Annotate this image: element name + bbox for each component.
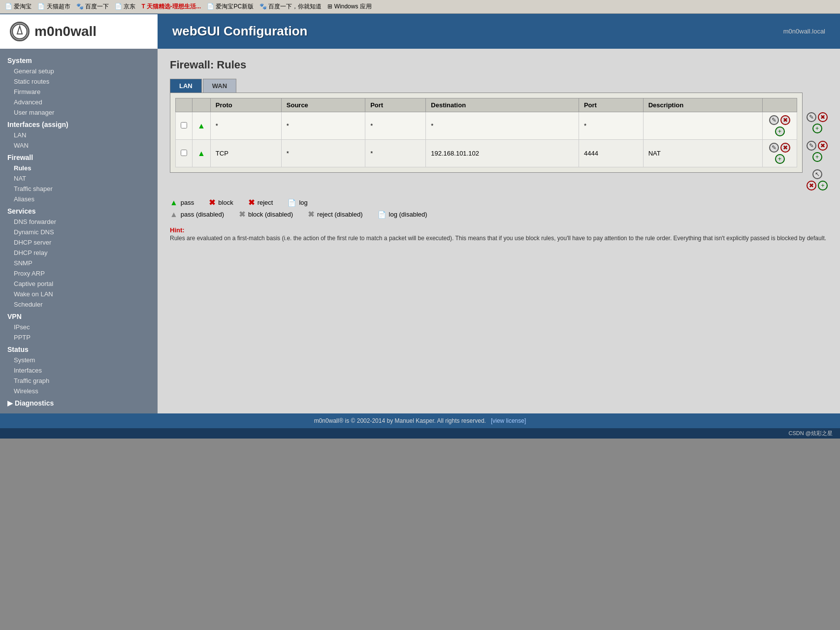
outer-add-btn-2[interactable]: + <box>812 152 822 162</box>
row1-action-row2: + <box>775 126 785 136</box>
sidebar-item-static-routes[interactable]: Static routes <box>0 76 158 87</box>
sidebar-item-wireless[interactable]: Wireless <box>0 386 158 396</box>
sidebar-item-wan[interactable]: WAN <box>0 140 158 151</box>
bookmark-tmall[interactable]: 📄 天猫超市 <box>37 2 70 11</box>
row1-edit-button[interactable]: ✎ <box>769 115 779 125</box>
rules-table-wrapper: Proto Source Port Destination Port Descr… <box>170 93 803 173</box>
bookmark-aitaobao[interactable]: 📄 爱淘宝 <box>5 2 32 11</box>
sidebar-item-firmware[interactable]: Firmware <box>0 87 158 97</box>
row2-description: NAT <box>643 140 762 167</box>
sidebar-item-lan[interactable]: LAN <box>0 130 158 140</box>
sidebar-item-wake-on-lan[interactable]: Wake on LAN <box>0 289 158 299</box>
col-header-port2: Port <box>579 98 643 112</box>
bookmark-jd[interactable]: 📄 京东 <box>115 2 135 11</box>
row2-proto: TCP <box>210 140 281 167</box>
sidebar-item-traffic-graph[interactable]: Traffic graph <box>0 376 158 386</box>
row1-up-arrow-icon[interactable]: ▲ <box>197 122 205 130</box>
sidebar-section-firewall: Firewall <box>0 151 158 163</box>
sidebar-item-snmp[interactable]: SNMP <box>0 258 158 268</box>
row2-delete-button[interactable]: ✖ <box>780 143 790 153</box>
sidebar-item-status-interfaces[interactable]: Interfaces <box>0 365 158 376</box>
tab-wan[interactable]: WAN <box>203 79 236 93</box>
bookmark-baidu2[interactable]: 🐾 百度一下，你就知道 <box>259 2 322 11</box>
row2-action-row2: + <box>775 154 785 164</box>
outer-add-btn-3[interactable]: + <box>818 181 828 190</box>
sidebar-item-general-setup[interactable]: General setup <box>0 66 158 76</box>
row1-updown: ▲ <box>193 112 211 140</box>
row1-proto: * <box>210 112 281 140</box>
row1-action-icons: ✎ ✖ + <box>768 115 792 136</box>
table-section: Proto Source Port Destination Port Descr… <box>170 93 828 190</box>
sidebar-item-captive-portal[interactable]: Captive portal <box>0 279 158 289</box>
col-header-source: Source <box>281 98 365 112</box>
sidebar-item-rules[interactable]: Rules <box>0 163 158 173</box>
legend-block-label: block <box>218 199 233 206</box>
tabs: LAN WAN <box>170 79 828 93</box>
sidebar-item-pptp[interactable]: PPTP <box>0 332 158 343</box>
bookmark-windows[interactable]: ⊞ Windows 应用 <box>327 2 371 11</box>
bookmark-tmall2[interactable]: T 天猫精选-理想生活... <box>141 2 201 11</box>
legend-reject-disabled: ✖ reject (disabled) <box>308 210 363 219</box>
row1-source: * <box>281 112 365 140</box>
col-header-check <box>176 98 193 112</box>
tab-lan[interactable]: LAN <box>170 79 202 93</box>
pass-disabled-icon: ▲ <box>170 210 178 219</box>
sidebar-item-nat[interactable]: NAT <box>0 173 158 184</box>
row2-destination: 192.168.101.102 <box>426 140 579 167</box>
rules-table: Proto Source Port Destination Port Descr… <box>175 98 797 167</box>
sidebar-section-vpn: VPN <box>0 310 158 322</box>
row2-checkbox[interactable] <box>181 150 187 156</box>
sidebar-item-user-manager[interactable]: User manager <box>0 107 158 118</box>
row2-action-icons: ✎ ✖ + <box>768 143 792 164</box>
outer-add-btn-1[interactable]: + <box>812 124 822 133</box>
outer-edit-btn-2[interactable]: ✎ <box>807 141 816 151</box>
legend-row-1: ▲ pass ✖ block ✖ reject 📄 log <box>170 198 828 207</box>
legend-block-disabled-label: block (disabled) <box>248 211 293 218</box>
sidebar-item-scheduler[interactable]: Scheduler <box>0 299 158 310</box>
sidebar-section-system: System <box>0 54 158 66</box>
outer-del-btn-2[interactable]: ✖ <box>818 141 828 151</box>
row2-edit-button[interactable]: ✎ <box>769 143 779 153</box>
hint-label: Hint: <box>170 226 185 234</box>
row1-destination: * <box>426 112 579 140</box>
row2-add-button[interactable]: + <box>775 154 785 164</box>
outer-del-btn-3[interactable]: ✖ <box>807 181 816 190</box>
hint-area: Hint: Rules are evaluated on a first-mat… <box>170 226 828 243</box>
col-header-description: Description <box>643 98 762 112</box>
legend-reject: ✖ reject <box>248 198 273 207</box>
legend-reject-label: reject <box>258 199 273 206</box>
sidebar-item-aliases[interactable]: Aliases <box>0 194 158 204</box>
footer: m0n0wall® is © 2002-2014 by Manuel Kaspe… <box>0 413 840 428</box>
footer-license-link[interactable]: [view license] <box>491 417 526 424</box>
bookmark-aitaobao2[interactable]: 📄 爱淘宝PC新版 <box>207 2 254 11</box>
sidebar-item-ipsec[interactable]: IPsec <box>0 322 158 332</box>
outer-move-btn[interactable]: ↖ <box>812 169 822 179</box>
sidebar-section-diagnostics[interactable]: ▶ Diagnostics <box>0 396 158 409</box>
header-hostname: m0n0wall.local <box>783 28 825 35</box>
outer-del-btn-1[interactable]: ✖ <box>818 112 828 122</box>
row1-delete-button[interactable]: ✖ <box>780 115 790 125</box>
block-icon: ✖ <box>209 198 215 207</box>
sidebar-item-proxy-arp[interactable]: Proxy ARP <box>0 268 158 279</box>
logo-icon <box>10 22 30 41</box>
sidebar-item-dynamic-dns[interactable]: Dynamic DNS <box>0 227 158 237</box>
row1-checkbox[interactable] <box>181 122 187 128</box>
sidebar-item-status-system[interactable]: System <box>0 355 158 365</box>
sidebar-item-traffic-shaper[interactable]: Traffic shaper <box>0 184 158 194</box>
row2-up-arrow-icon[interactable]: ▲ <box>197 149 205 158</box>
block-disabled-icon: ✖ <box>239 210 245 219</box>
col-header-destination: Destination <box>426 98 579 112</box>
outer-edit-btn-1[interactable]: ✎ <box>807 112 816 122</box>
log-icon: 📄 <box>288 199 296 207</box>
col-header-port1: Port <box>365 98 426 112</box>
sidebar-item-dns-forwarder[interactable]: DNS forwarder <box>0 217 158 227</box>
sidebar-item-dhcp-relay[interactable]: DHCP relay <box>0 248 158 258</box>
sidebar-item-advanced[interactable]: Advanced <box>0 97 158 107</box>
row1-actions-cell: ✎ ✖ + <box>763 112 797 140</box>
row2-updown: ▲ <box>193 140 211 167</box>
sidebar-item-dhcp-server[interactable]: DHCP server <box>0 237 158 248</box>
row1-add-button[interactable]: + <box>775 126 785 136</box>
legend-log-disabled-label: log (disabled) <box>389 211 427 218</box>
bookmark-baidu[interactable]: 🐾 百度一下 <box>76 2 109 11</box>
row1-checkbox-cell <box>176 112 193 140</box>
